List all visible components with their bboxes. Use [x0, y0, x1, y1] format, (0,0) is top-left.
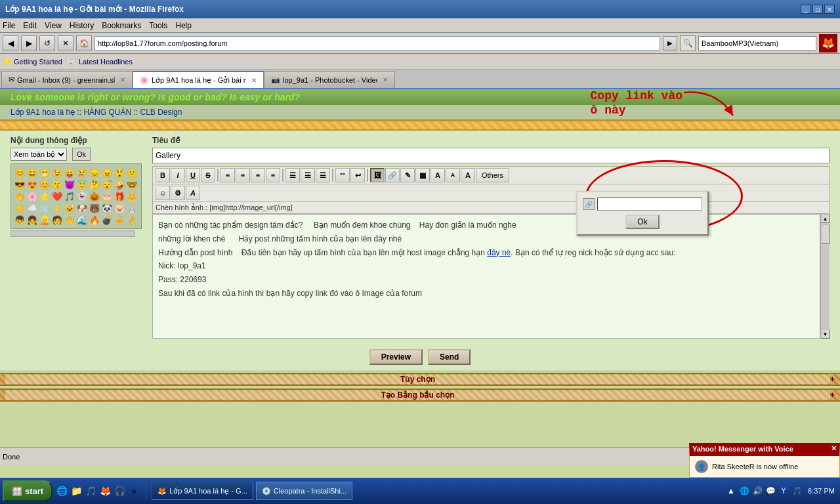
quote-button[interactable]: "": [335, 168, 350, 182]
taskbar-btn-forum[interactable]: 🦊 Lớp 9A1 hoa lá hẹ - G...: [152, 482, 253, 500]
quick-firefox-icon[interactable]: 🦊: [98, 484, 112, 497]
emoji-devil[interactable]: 😈: [64, 178, 75, 190]
menu-history[interactable]: History: [70, 21, 94, 30]
menu-edit[interactable]: Edit: [23, 21, 37, 30]
emoji-fire[interactable]: 🔥: [89, 214, 100, 226]
emoji-clap[interactable]: 👏: [14, 190, 26, 202]
emoji-cool[interactable]: 😎: [14, 178, 26, 190]
emoji-person2[interactable]: 👧: [26, 214, 38, 226]
quick-folder-icon[interactable]: 📁: [70, 484, 83, 497]
emoji-angel[interactable]: 😇: [76, 178, 88, 190]
content-area[interactable]: Bạn có những tác phẩm design tâm đắc? Bạ…: [152, 214, 820, 339]
tab-photobucket[interactable]: 📷 lop_9a1 - Photobucket - Video and Im..…: [264, 71, 395, 88]
tab-gmail[interactable]: ✉ Gmail - Inbox (9) - greenrain.slytheri…: [1, 71, 133, 88]
font-button[interactable]: A: [430, 168, 445, 182]
start-button[interactable]: 🪟 start: [3, 480, 52, 501]
popup-ok-button[interactable]: Ok: [625, 215, 659, 229]
emoji-gift[interactable]: 🎁: [114, 190, 125, 202]
content-scrollbar[interactable]: ▲ ▼: [820, 214, 830, 339]
bookmark-getting-started[interactable]: ⭐ Getting Started: [3, 57, 62, 66]
emoji-cry[interactable]: 😢: [76, 167, 88, 178]
align-center-button[interactable]: ≡: [236, 168, 250, 182]
emoji-laugh[interactable]: 😄: [26, 167, 38, 178]
emoji-ghost[interactable]: 👻: [76, 190, 88, 202]
italic-button[interactable]: I: [171, 168, 185, 182]
emoji-smile[interactable]: 😊: [14, 167, 26, 178]
quick-more-icon[interactable]: »: [127, 484, 140, 497]
menu-view[interactable]: View: [45, 21, 62, 30]
link-day-ne[interactable]: đây nè: [487, 248, 511, 257]
sys-network-icon[interactable]: 🌐: [738, 485, 750, 497]
quick-media-icon[interactable]: 🎵: [84, 484, 97, 497]
stop-button[interactable]: ✕: [58, 35, 74, 51]
emoji-snow[interactable]: ❄️: [39, 202, 51, 214]
emoji-pig[interactable]: 🐷: [114, 202, 125, 214]
special-button[interactable]: ⚙: [171, 186, 185, 200]
tab-close-photo[interactable]: ✕: [383, 76, 388, 83]
others-button[interactable]: Others: [476, 168, 509, 182]
emoji-cloud[interactable]: ☁️: [26, 202, 38, 214]
table-button[interactable]: ▦: [415, 168, 430, 182]
emoji-dog[interactable]: 🐶: [76, 202, 88, 214]
list-button[interactable]: ☰: [285, 168, 300, 182]
go-button[interactable]: ▶: [663, 36, 677, 51]
emoji-question[interactable]: 😕: [126, 167, 138, 178]
bookmark-headlines[interactable]: 📰 Latest Headlines: [68, 57, 133, 66]
tab-forum[interactable]: 🌸 Lớp 9A1 hoa lá hẹ - Gởi bài mới ✕: [133, 71, 264, 88]
messenger-close[interactable]: ✕: [831, 444, 837, 453]
emoji-person1[interactable]: 👦: [14, 214, 26, 226]
tab-close-forum[interactable]: ✕: [251, 77, 257, 84]
send-button[interactable]: Send: [428, 349, 471, 365]
poll-expand[interactable]: +: [830, 390, 835, 400]
emoji-shocked[interactable]: 😲: [114, 167, 125, 178]
align-right-button[interactable]: ≡: [251, 168, 265, 182]
breadcrumb-clb[interactable]: CLB Design: [140, 108, 182, 117]
menu-bookmarks[interactable]: Bookmarks: [102, 21, 141, 30]
emoji-angry[interactable]: 😠: [101, 167, 113, 178]
maximize-button[interactable]: □: [812, 5, 823, 14]
sys-sound-icon[interactable]: 🔊: [751, 485, 763, 497]
emoji-bomb[interactable]: 💣: [101, 214, 113, 226]
scroll-down[interactable]: ▼: [821, 329, 830, 339]
bold-button[interactable]: B: [156, 168, 170, 182]
underline-button[interactable]: U: [186, 168, 200, 182]
close-button[interactable]: ✕: [824, 5, 835, 14]
back-button[interactable]: ◀: [3, 35, 18, 51]
emoji-bolt[interactable]: ⚡: [51, 202, 63, 214]
tab-close-gmail[interactable]: ✕: [120, 76, 125, 83]
color-button[interactable]: A: [461, 168, 475, 182]
address-bar[interactable]: [94, 36, 660, 51]
breadcrumb-hangquan[interactable]: HÀNG QUÁN: [83, 108, 131, 117]
quick-winamp-icon[interactable]: 🎧: [113, 484, 126, 497]
emoji-heart[interactable]: ❤️: [51, 190, 63, 202]
emoji-blush[interactable]: 😊: [39, 178, 51, 190]
size-button[interactable]: A: [446, 168, 460, 182]
preview-button[interactable]: Preview: [369, 349, 423, 365]
breadcrumb-home[interactable]: Lớp 9A1 hoa lá hẹ: [10, 108, 75, 117]
smiley-button[interactable]: ☺: [156, 186, 170, 200]
quick-ie-icon[interactable]: 🌐: [55, 484, 68, 497]
emoji-cake[interactable]: 🎂: [101, 190, 113, 202]
emoji-love[interactable]: 😍: [26, 178, 38, 190]
emoji-flower[interactable]: 🌸: [26, 190, 38, 202]
title-input[interactable]: [152, 148, 830, 163]
view-ok-button[interactable]: Ok: [72, 148, 91, 161]
emoji-crown[interactable]: 👑: [126, 190, 138, 202]
emoji-think[interactable]: 🤔: [89, 178, 100, 190]
emoji-silly[interactable]: 🤪: [114, 178, 125, 190]
emoji-peace[interactable]: ✌️: [114, 214, 125, 226]
sys-arrow-icon[interactable]: ▲: [725, 485, 737, 497]
home-button[interactable]: 🏠: [76, 35, 92, 51]
emoji-star[interactable]: ⭐: [39, 190, 51, 202]
emoji-sun[interactable]: ☀️: [14, 202, 26, 214]
emoji-wink[interactable]: 😉: [51, 167, 63, 178]
taskbar-btn-cleopatra[interactable]: 💿 Cleopatra - InstallShi...: [256, 482, 352, 500]
strike-button[interactable]: S: [201, 168, 215, 182]
edit-button[interactable]: ✎: [400, 168, 415, 182]
minimize-button[interactable]: _: [801, 5, 811, 14]
emoji-music[interactable]: 🎵: [64, 190, 75, 202]
scroll-thumb[interactable]: [822, 224, 830, 244]
view-select[interactable]: Xem toàn bộ: [10, 148, 67, 161]
emoji-nerd[interactable]: 🤓: [126, 178, 138, 190]
image-button[interactable]: 🖼: [370, 168, 385, 182]
